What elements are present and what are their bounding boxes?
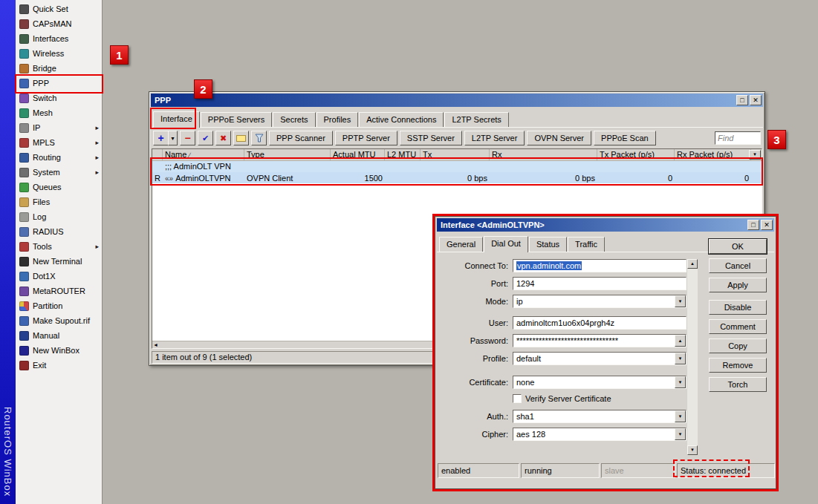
comment-button[interactable] [233,131,249,145]
port-input[interactable]: 1294 [513,277,686,290]
certificate-select[interactable]: none▼ [513,376,686,389]
ppp-scanner-button[interactable]: PPP Scanner [269,131,333,145]
table-row[interactable]: R «»AdminOLTVPN OVPN Client 1500 0 bps 0… [152,172,762,183]
torch-button[interactable]: Torch [709,377,767,392]
add-dropdown-button[interactable]: ▼ [168,131,178,145]
apply-button[interactable]: Apply [709,278,767,292]
tab-l2tp-secrets[interactable]: L2TP Secrets [444,112,508,127]
sidebar-item-tools[interactable]: Tools▸ [16,239,102,254]
enable-icon: ✔ [202,134,209,143]
dialog-titlebar[interactable]: Interface <AdminOLTVPN> □ ✕ [437,218,774,232]
sidebar-item-exit[interactable]: Exit [16,358,102,373]
col-tx-packet[interactable]: Tx Packet (p/s) [597,149,675,160]
filter-button[interactable] [251,131,267,145]
tab-profiles[interactable]: Profiles [317,112,359,127]
certificate-dropdown-button[interactable]: ▼ [675,376,686,388]
column-select-button[interactable]: ▼ [749,150,761,160]
auth-select[interactable]: sha1▼ [513,410,686,423]
sidebar-item-mpls[interactable]: MPLS▸ [16,135,102,150]
ovpn-server-button[interactable]: OVPN Server [527,131,591,145]
row-tx-packet: 0 [597,174,675,183]
user-input[interactable]: adminoltcm1uo6x04prgh4z [513,316,686,330]
close-button[interactable]: ✕ [761,220,773,230]
sidebar-item-routing[interactable]: Routing▸ [16,150,102,165]
remove-button[interactable]: − [180,131,195,145]
col-type[interactable]: Type [244,149,331,160]
sidebar-item-files[interactable]: Files [16,194,102,209]
sstp-server-button[interactable]: SSTP Server [400,131,462,145]
fields-scrollbar[interactable]: ▲ ▼ [687,259,698,455]
sidebar-item-log[interactable]: Log [16,209,102,224]
sidebar-item-capsman[interactable]: CAPsMAN [16,16,102,31]
col-tx[interactable]: Tx [421,149,490,160]
comment-button[interactable]: Comment [709,319,767,334]
cancel-button[interactable]: Cancel [709,258,767,273]
col-l2-mtu[interactable]: L2 MTU [385,149,421,160]
sidebar-item-new-winbox[interactable]: New WinBox [16,343,102,358]
disable-button[interactable]: Disable [709,300,767,315]
copy-button[interactable]: Copy [709,338,767,353]
verify-cert-checkbox[interactable] [513,394,522,403]
col-rx[interactable]: Rx [490,149,597,160]
maximize-button[interactable]: □ [747,220,759,230]
connect-to-input[interactable]: vpn.adminolt.com [513,259,686,272]
find-input[interactable] [715,131,761,145]
col-actual-mtu[interactable]: Actual MTU [331,149,385,160]
remove-button[interactable]: Remove [709,358,767,373]
maximize-button[interactable]: □ [736,95,748,105]
sidebar-item-radius[interactable]: RADIUS [16,224,102,239]
password-reveal-button[interactable]: ▲ [675,335,686,347]
ppp-titlebar[interactable]: PPP □ ✕ [151,94,763,107]
sidebar-item-wireless[interactable]: Wireless [16,46,102,61]
sidebar-item-queues[interactable]: Queues [16,180,102,194]
terminal-icon [19,257,29,266]
auth-dropdown-button[interactable]: ▼ [675,410,686,422]
mode-dropdown-button[interactable]: ▼ [675,295,686,307]
pppoe-scan-button[interactable]: PPPoE Scan [594,131,656,145]
sidebar-item-bridge[interactable]: Bridge [16,61,102,76]
sidebar-item-mesh[interactable]: Mesh [16,105,102,120]
sidebar-item-ip[interactable]: IP▸ [16,120,102,135]
table-row-comment[interactable]: ;;; AdminOLT VPN [152,161,762,172]
sidebar-item-quick-set[interactable]: Quick Set [16,1,102,16]
mode-label: Mode: [441,297,508,306]
ok-button[interactable]: OK [709,239,767,254]
sidebar-item-interfaces[interactable]: Interfaces [16,31,102,46]
scroll-up-icon[interactable]: ▲ [687,259,698,269]
sidebar-item-ppp[interactable]: PPP [16,76,102,91]
profile-select[interactable]: default▼ [513,352,686,365]
mode-select[interactable]: ip▼ [513,295,686,308]
add-button[interactable]: + [153,131,169,145]
sidebar-item-dot1x[interactable]: Dot1X [16,269,102,284]
sidebar-item-system[interactable]: System▸ [16,165,102,180]
sidebar-item-switch[interactable]: Switch [16,91,102,105]
l2tp-server-button[interactable]: L2TP Server [464,131,525,145]
sidebar-item-new-terminal[interactable]: New Terminal [16,254,102,269]
tab-interface[interactable]: Interface [153,111,200,128]
tab-active-connections[interactable]: Active Connections [359,112,444,127]
sidebar-item-make-supout[interactable]: Make Supout.rif [16,313,102,328]
scroll-down-icon[interactable]: ▼ [687,445,698,455]
tab-status[interactable]: Status [529,237,567,252]
tab-secrets[interactable]: Secrets [273,112,315,127]
scroll-left-icon[interactable]: ◄ [153,342,158,348]
sidebar-item-manual[interactable]: Manual [16,328,102,343]
pptp-server-button[interactable]: PPTP Server [335,131,397,145]
password-input[interactable]: ********************************▲ [513,334,686,347]
tab-general[interactable]: General [439,237,483,252]
col-name[interactable]: Name ∕ [163,149,244,160]
sidebar-item-label: Mesh [33,108,53,117]
col-rx-packet[interactable]: Rx Packet (p/s) [675,149,751,160]
profile-dropdown-button[interactable]: ▼ [675,353,686,364]
cipher-select[interactable]: aes 128▼ [513,428,686,441]
tab-traffic[interactable]: Traffic [568,237,605,252]
sidebar-item-partition[interactable]: Partition [16,298,102,313]
tab-dial-out[interactable]: Dial Out [484,236,528,252]
cipher-dropdown-button[interactable]: ▼ [675,428,686,440]
sidebar-item-metarouter[interactable]: MetaROUTER [16,284,102,298]
radius-icon [19,227,29,237]
tab-pppoe-servers[interactable]: PPPoE Servers [201,112,272,127]
disable-button[interactable]: ✖ [215,131,231,145]
close-button[interactable]: ✕ [750,95,762,105]
enable-button[interactable]: ✔ [198,131,213,145]
